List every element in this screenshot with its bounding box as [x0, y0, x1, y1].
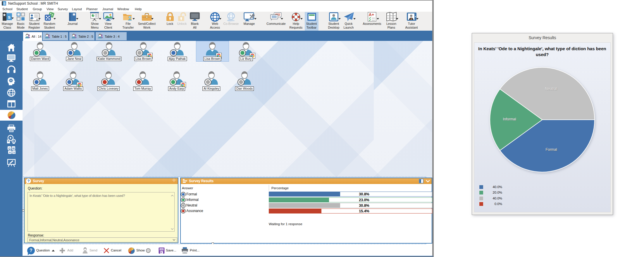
svg-text:Neutral: Neutral [545, 87, 557, 91]
svg-text:s: s [8, 15, 11, 20]
svg-text:Q: Q [8, 147, 10, 150]
svg-text:W: W [12, 147, 15, 150]
svg-text:A+: A+ [369, 12, 374, 17]
svg-text:S: S [3, 2, 5, 5]
svg-text:A: A [9, 151, 11, 154]
svg-text:S: S [13, 151, 15, 154]
svg-text:Formal: Formal [546, 147, 557, 152]
svg-text:Informal: Informal [503, 117, 516, 121]
